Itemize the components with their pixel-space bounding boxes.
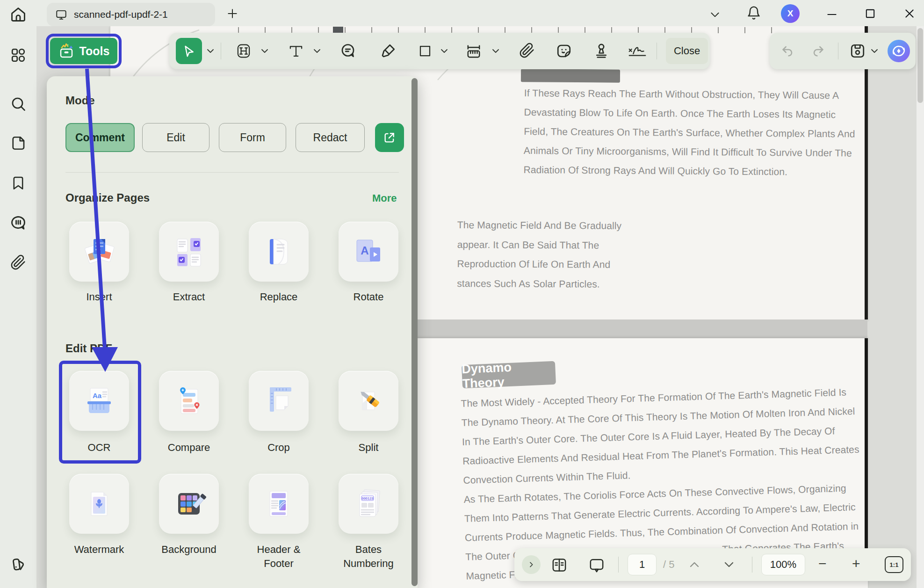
tab-title: scanned-pdf-updf-2-1 [74, 9, 168, 20]
tile-background[interactable] [159, 474, 219, 534]
mode-button-form[interactable]: Form [219, 123, 286, 152]
mode-button-edit[interactable]: Edit [142, 123, 209, 152]
ocr-highlight-box [59, 361, 141, 464]
bookmark-icon[interactable] [10, 175, 26, 191]
previous-page-chevron-up-icon[interactable] [688, 559, 700, 570]
tile-label-background: Background [152, 543, 226, 557]
organize-more-link[interactable]: More [372, 192, 397, 204]
document-scrollbar-thumb[interactable] [917, 28, 923, 103]
chevron-down-icon[interactable] [709, 8, 721, 21]
shape-icon[interactable] [418, 44, 432, 58]
pen-icon[interactable] [380, 43, 397, 59]
tile-label-watermark: Watermark [62, 543, 137, 557]
select-tool-chevron-down-icon[interactable] [207, 48, 214, 54]
select-icon [182, 44, 196, 58]
sticker-icon[interactable] [556, 43, 572, 59]
document-tab[interactable]: scanned-pdf-updf-2-1 [47, 3, 215, 26]
page1-partial-line: appear. It Can Be Said That The [457, 234, 622, 254]
tile-label-replace: Replace [241, 290, 316, 304]
text-tool-chevron-down-icon[interactable] [313, 48, 321, 54]
page2-line-fragment: The Outer C [465, 545, 520, 566]
chevron-right-icon [527, 561, 535, 568]
tile-header-footer[interactable] [249, 474, 309, 534]
annotation-toolbar: Close [169, 33, 710, 69]
tile-watermark[interactable] [69, 474, 129, 534]
close-toolbar-button[interactable]: Close [666, 38, 708, 64]
avatar[interactable]: X [781, 4, 800, 23]
open-in-new-window-button[interactable] [375, 123, 404, 152]
bell-icon[interactable] [746, 6, 761, 21]
page1-paragraph: If These Rays Reach The Earth Without Ob… [523, 83, 855, 182]
tile-insert[interactable] [69, 222, 129, 282]
tile-label-header-footer: Header & Footer [243, 543, 314, 571]
save-chevron-down-icon[interactable] [871, 48, 878, 54]
page1-partial-line: The Magnetic Field And Be Gradually [457, 215, 622, 235]
grid-icon[interactable] [10, 47, 27, 64]
save-icon[interactable] [849, 43, 866, 59]
page1-line: Field, The Creatures On The Earth's Surf… [524, 122, 855, 144]
redo-icon[interactable] [811, 44, 826, 59]
page-icon[interactable] [10, 135, 27, 152]
stamp-icon[interactable] [593, 43, 610, 59]
highlight-tool-icon[interactable] [236, 43, 252, 59]
page1-line: Devastating Blow To Life On Earth. Once … [524, 102, 855, 124]
tile-replace[interactable] [249, 222, 309, 282]
note-icon[interactable] [339, 43, 356, 59]
zoom-level-input[interactable]: 100% [761, 554, 805, 575]
tile-rotate[interactable]: A [339, 222, 398, 282]
tile-extract[interactable] [159, 222, 219, 282]
left-sidebar [0, 26, 36, 588]
attachment-icon[interactable] [10, 254, 26, 270]
close-icon[interactable] [903, 7, 916, 20]
maximize-icon[interactable] [864, 7, 877, 20]
external-link-icon [383, 131, 396, 144]
tile-label-extract: Extract [152, 290, 226, 304]
mode-button-comment[interactable]: Comment [65, 123, 135, 152]
page1-line: Animals Or Tiny Microorganisms, Will Fin… [524, 141, 855, 163]
panel-scrollbar[interactable] [411, 78, 418, 586]
comments-icon[interactable] [9, 214, 27, 232]
app-window: If These Rays Reach The Earth Without Ob… [0, 0, 924, 588]
highlight-tool-chevron-down-icon[interactable] [261, 48, 268, 54]
tile-crop[interactable] [249, 371, 309, 431]
tile-label-split: Split [331, 441, 406, 455]
tile-label-bates-numbering: Bates Numbering [333, 543, 404, 571]
fit-icon: 1:1 [890, 561, 899, 568]
document-scrollbar[interactable] [917, 26, 924, 588]
tile-split[interactable] [339, 371, 398, 431]
tools-button[interactable]: Tools [50, 38, 117, 64]
measure-icon[interactable] [465, 43, 483, 60]
toolbar-divider [221, 43, 221, 59]
tile-label-compare: Compare [152, 441, 226, 455]
present-icon[interactable] [588, 557, 605, 573]
status-bar: 1 / 5 100% − + 1:1 [514, 548, 911, 581]
ai-assistant-button[interactable] [887, 39, 911, 63]
page1-line: Radiation Of Strong Rays And Will Quickl… [523, 160, 855, 182]
new-tab-button[interactable] [226, 7, 238, 20]
mode-button-redact[interactable]: Redact [296, 123, 365, 152]
measure-chevron-down-icon[interactable] [492, 48, 499, 54]
zoom-out-button[interactable]: − [818, 556, 827, 572]
attach-file-icon[interactable] [519, 43, 535, 58]
two-page-icon[interactable] [551, 557, 568, 573]
next-page-chevron-down-icon[interactable] [723, 559, 735, 570]
home-icon[interactable] [9, 6, 27, 23]
tile-bates-numbering[interactable]: 000123 [339, 474, 398, 534]
minimize-icon[interactable] [826, 8, 838, 20]
swatches-icon[interactable] [9, 555, 27, 573]
search-icon[interactable] [10, 95, 27, 112]
page-number-input[interactable]: 1 [628, 554, 657, 575]
tile-compare[interactable] [159, 371, 219, 431]
tile-label-insert: Insert [62, 290, 137, 304]
signature-icon[interactable] [628, 44, 647, 59]
tools-button-label: Tools [79, 44, 110, 58]
sidebar-toggle-button[interactable] [522, 555, 541, 574]
shape-chevron-down-icon[interactable] [440, 48, 448, 54]
actual-size-button[interactable]: 1:1 [885, 556, 903, 573]
close-button-label: Close [674, 45, 700, 57]
select-tool-button[interactable] [176, 38, 202, 64]
text-tool-icon[interactable] [288, 43, 304, 59]
undo-icon[interactable] [780, 44, 795, 59]
zoom-in-button[interactable]: + [852, 556, 860, 572]
page1-partial-column: The Magnetic Field And Be Gradually appe… [457, 215, 621, 294]
